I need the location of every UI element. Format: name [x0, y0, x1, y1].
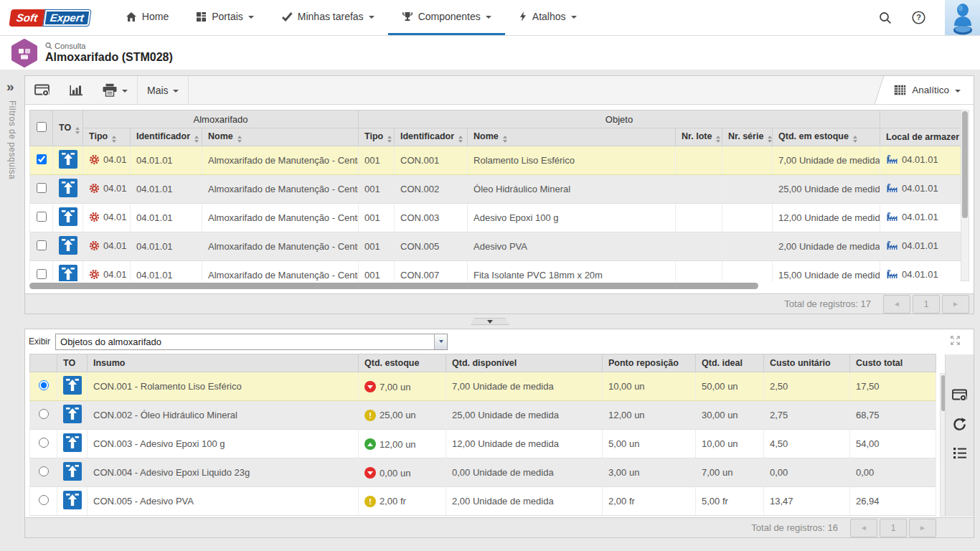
col-local[interactable]: Local de armazer: [880, 128, 963, 146]
row-radio[interactable]: [39, 409, 49, 419]
warehouse-type-gear-icon: [89, 269, 100, 280]
exibir-select[interactable]: Objetos do almoxarifado: [55, 334, 448, 350]
col-to[interactable]: TO: [53, 110, 83, 146]
table-row[interactable]: CON.001 - Rolamento Liso Esférico 7,00 u…: [30, 372, 936, 401]
to-upload-icon[interactable]: [59, 265, 77, 281]
col-nr-serie[interactable]: Nr. série: [722, 128, 773, 146]
col-obj-tipo[interactable]: Tipo: [359, 128, 395, 146]
sort-icon: [194, 136, 199, 143]
select-dropdown-button[interactable]: [434, 334, 447, 349]
expand-filters-button[interactable]: [6, 80, 24, 93]
nav-atalhos[interactable]: Atalhos: [505, 0, 590, 35]
storage-location-factory-icon: [886, 269, 898, 279]
maximize-panel-button[interactable]: [950, 335, 961, 348]
total-records: Total de registros: 17: [784, 298, 871, 309]
row-checkbox[interactable]: [37, 154, 47, 164]
horizontal-scrollbar[interactable]: [29, 282, 963, 290]
to-upload-icon[interactable]: [63, 462, 82, 481]
detail-panel: Exibir Objetos do almoxarifado TO Insumo…: [24, 329, 974, 538]
col-ponto-reposicao[interactable]: Ponto reposição: [603, 354, 696, 372]
row-radio[interactable]: [39, 495, 49, 505]
row-checkbox[interactable]: [37, 240, 47, 250]
storage-location-factory-icon: [886, 212, 898, 222]
col-insumo[interactable]: Insumo: [88, 354, 359, 372]
col-to[interactable]: TO: [57, 354, 88, 372]
col-nr-lote[interactable]: Nr. lote: [676, 128, 722, 146]
warehouse-type-gear-icon: [89, 183, 100, 194]
row-checkbox[interactable]: [37, 269, 47, 279]
to-upload-icon[interactable]: [63, 433, 82, 452]
mais-button[interactable]: Mais: [138, 76, 188, 105]
col-obj-identificador[interactable]: Identificador: [395, 128, 468, 146]
table-row[interactable]: 04.01 04.01.01 Almoxarifado de Manutençã…: [30, 232, 963, 261]
table-row[interactable]: 04.01 04.01.01 Almoxarifado de Manutençã…: [30, 261, 963, 282]
refresh-button[interactable]: [952, 417, 967, 434]
col-identificador[interactable]: Identificador: [131, 128, 202, 146]
to-upload-icon[interactable]: [63, 491, 82, 509]
view-record-button[interactable]: [25, 76, 60, 105]
panel-splitter-handle[interactable]: [471, 318, 509, 325]
table-row[interactable]: 04.01 04.01.01 Almoxarifado de Manutençã…: [30, 204, 963, 232]
nav-minhas-tarefas[interactable]: Minhas tarefas: [268, 0, 388, 35]
exibir-selected-value: Objetos do almoxarifado: [56, 336, 434, 347]
page-title: Almoxarifado (STM028): [45, 51, 173, 64]
col-tipo[interactable]: Tipo: [83, 128, 131, 146]
col-qtd-ideal[interactable]: Qtd. ideal: [696, 354, 764, 372]
next-page-button[interactable]: [942, 295, 969, 314]
grid-toolbar: Mais Analítico: [25, 76, 974, 105]
row-radio[interactable]: [39, 380, 49, 390]
search-button[interactable]: [869, 0, 902, 36]
scrollbar-thumb[interactable]: [29, 283, 758, 289]
to-upload-icon[interactable]: [59, 207, 77, 226]
to-upload-icon[interactable]: [59, 150, 77, 169]
prev-page-button[interactable]: [850, 519, 877, 537]
select-all-header[interactable]: [30, 110, 53, 146]
row-checkbox[interactable]: [37, 183, 47, 193]
col-custo-total[interactable]: Custo total: [850, 354, 936, 372]
table-row[interactable]: CON.002 - Óleo Hidráulico Mineral 25,00 …: [30, 401, 936, 430]
col-nome[interactable]: Nome: [202, 128, 359, 146]
chart-icon: [69, 84, 83, 97]
table-row[interactable]: CON.003 - Adesivo Epoxi 100 g 12,00 un 1…: [30, 430, 936, 458]
table-row[interactable]: CON.004 - Adesivo Epoxi Liquido 23g 0,00…: [30, 458, 936, 487]
to-upload-icon[interactable]: [63, 376, 82, 395]
list-icon: [953, 447, 967, 459]
chart-button[interactable]: [60, 76, 93, 105]
col-qtd-estoque[interactable]: Qtd. estoque: [359, 354, 446, 372]
view-record-button[interactable]: [952, 389, 968, 404]
nav-portais[interactable]: Portais: [182, 0, 268, 35]
next-page-button[interactable]: [909, 519, 936, 537]
exibir-row: Exibir Objetos do almoxarifado: [25, 329, 974, 354]
col-qtd-disponivel[interactable]: Qtd. disponível: [446, 354, 603, 372]
to-upload-icon[interactable]: [59, 236, 77, 255]
chevron-down-icon: [173, 90, 179, 93]
vertical-scrollbar[interactable]: [961, 110, 969, 281]
col-custo-unitario[interactable]: Custo unitário: [764, 354, 850, 372]
col-obj-nome[interactable]: Nome: [468, 128, 676, 146]
col-qtd-em-estoque[interactable]: Qtd. em estoque: [773, 128, 880, 146]
print-button[interactable]: [93, 76, 137, 105]
nav-componentes[interactable]: Componentes: [388, 0, 505, 35]
current-page[interactable]: 1: [880, 519, 907, 537]
list-button[interactable]: [953, 447, 967, 461]
nav-home[interactable]: Home: [112, 0, 182, 35]
table-row[interactable]: 04.01 04.01.01 Almoxarifado de Manutençã…: [30, 146, 963, 175]
user-avatar[interactable]: [945, 0, 980, 35]
table-row[interactable]: CON.005 - Adesivo PVA 2,00 fr 2,00 Unida…: [30, 487, 936, 516]
to-upload-icon[interactable]: [63, 405, 82, 423]
softexpert-logo[interactable]: SoftExpert: [10, 0, 90, 35]
select-all-checkbox[interactable]: [37, 122, 47, 132]
scrollbar-thumb[interactable]: [962, 111, 968, 218]
table-row[interactable]: 04.01 04.01.01 Almoxarifado de Manutençã…: [30, 175, 963, 204]
detail-table: TO Insumo Qtd. estoque Qtd. disponível P…: [29, 354, 936, 516]
help-button[interactable]: ?: [902, 0, 935, 36]
row-radio[interactable]: [39, 466, 49, 476]
pagination: 1: [848, 519, 936, 537]
prev-page-button[interactable]: [883, 295, 910, 314]
component-hexagon-icon: [11, 39, 38, 67]
to-upload-icon[interactable]: [59, 179, 77, 197]
row-radio[interactable]: [39, 438, 49, 448]
row-checkbox[interactable]: [37, 212, 47, 222]
current-page[interactable]: 1: [913, 295, 940, 314]
view-mode-dropdown[interactable]: Analítico: [885, 76, 974, 104]
